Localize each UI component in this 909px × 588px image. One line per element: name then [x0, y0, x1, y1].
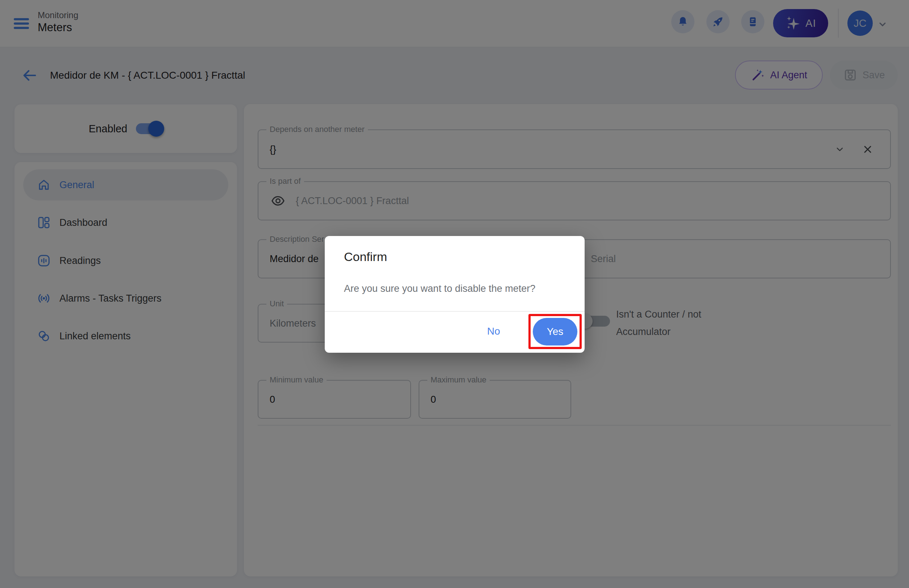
yes-button-label: Yes	[547, 326, 563, 338]
dialog-title: Confirm	[344, 250, 387, 264]
yes-button[interactable]: Yes	[533, 318, 577, 346]
meters-page: Monitoring Meters	[0, 0, 909, 588]
dialog-divider	[325, 311, 584, 312]
no-button[interactable]: No	[487, 326, 500, 337]
confirm-dialog: Confirm Are you sure you want to disable…	[325, 236, 584, 353]
dialog-message: Are you sure you want to disable the met…	[344, 283, 535, 294]
